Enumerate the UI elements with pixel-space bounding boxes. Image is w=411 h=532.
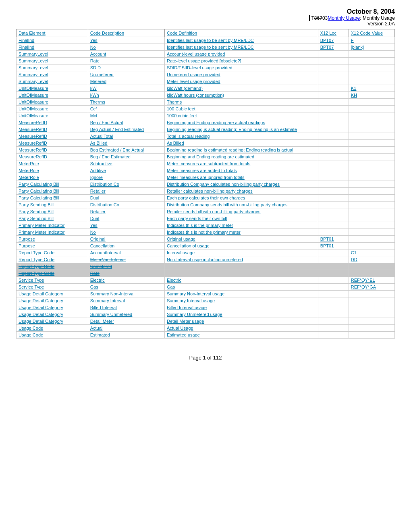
cell-code-description[interactable]: Distribution Co: [88, 181, 164, 188]
cell-data-element[interactable]: FinalInd: [17, 37, 88, 44]
cell-code-definition[interactable]: Each party calculates their own charges: [164, 195, 318, 202]
cell-code-description[interactable]: Summary Unmetered: [88, 311, 164, 318]
col-header-code-definition-link[interactable]: Code Definition: [167, 31, 197, 35]
cell-code-definition[interactable]: Gas: [164, 284, 318, 291]
cell-code-description[interactable]: Mcf: [88, 112, 164, 119]
cell-code-description[interactable]: Retailer: [88, 188, 164, 195]
code-definition-link[interactable]: Rate-level usage provided [obsolete?]: [167, 58, 241, 63]
cell-code-description[interactable]: Rate: [88, 58, 164, 64]
code-description-link[interactable]: AccountInterval: [90, 250, 121, 255]
cell-data-element[interactable]: Usage Code: [17, 325, 88, 332]
cell-data-element[interactable]: Primary Meter Indicator: [17, 222, 88, 229]
cell-data-element[interactable]: Purpose: [17, 236, 88, 243]
cell-code-description[interactable]: Rate: [88, 270, 164, 277]
data-element-link[interactable]: MeasureRefID: [19, 127, 47, 132]
cell-code-description[interactable]: SDID: [88, 64, 164, 71]
cell-code-description[interactable]: Actual: [88, 325, 164, 332]
col-header-code-description-link[interactable]: Code Description: [90, 31, 124, 35]
cell-code-description[interactable]: kW: [88, 85, 164, 92]
data-element-link[interactable]: SummaryLevel: [19, 52, 48, 56]
cell-data-element[interactable]: Report Type Code: [17, 256, 88, 263]
cell-code-definition[interactable]: Summary Unmetered usage: [164, 311, 318, 318]
cell-code-definition[interactable]: [164, 263, 318, 270]
cell-code-description[interactable]: Ccf: [88, 106, 164, 112]
data-element-link[interactable]: Primary Meter Indicator: [19, 223, 64, 228]
cell-code-definition[interactable]: Retailer sends bill with non-billing par…: [164, 208, 318, 215]
cell-code-definition[interactable]: Beginning reading is actual reading; End…: [164, 126, 318, 133]
code-description-link[interactable]: MeterNon-Interval: [90, 257, 126, 262]
x12-loc-link[interactable]: BPT07: [320, 45, 334, 50]
code-description-link[interactable]: Metered: [90, 79, 106, 84]
code-definition-link[interactable]: Meter measures are subtracted from total…: [167, 161, 250, 166]
x12-loc-link[interactable]: BPT01: [320, 243, 334, 248]
data-element-link[interactable]: MeasureRefID: [19, 134, 47, 139]
cell-data-element[interactable]: MeasureRefID: [17, 126, 88, 133]
cell-code-definition[interactable]: Cancellation of usage: [164, 243, 318, 249]
cell-code-description[interactable]: Beg Actual / End Estimated: [88, 126, 164, 133]
data-element-link[interactable]: Party Calculating Bill: [19, 189, 59, 193]
cell-code-description[interactable]: Summary Interval: [88, 297, 164, 304]
data-element-link[interactable]: Purpose: [19, 243, 35, 248]
cell-code-description[interactable]: Beg Estimated / End Actual: [88, 147, 164, 154]
data-element-link[interactable]: UnitOfMeasure: [19, 93, 48, 98]
cell-data-element[interactable]: MeasureRefID: [17, 147, 88, 154]
data-element-link[interactable]: SummaryLevel: [19, 72, 48, 77]
data-element-link[interactable]: MeterRole: [19, 168, 39, 173]
cell-code-definition[interactable]: Unmetered usage provided: [164, 71, 318, 78]
cell-code-description[interactable]: Un-metered: [88, 71, 164, 78]
cell-data-element[interactable]: Usage Detail Category: [17, 291, 88, 297]
cell-data-element[interactable]: Party Calculating Bill: [17, 181, 88, 188]
data-element-link[interactable]: SummaryLevel: [19, 65, 48, 70]
cell-code-definition[interactable]: Account-level usage provided: [164, 51, 318, 58]
cell-code-description[interactable]: Actual Total: [88, 133, 164, 140]
cell-data-element[interactable]: Purpose: [17, 243, 88, 249]
code-definition-link[interactable]: Summary Unmetered usage: [167, 312, 222, 317]
cell-code-description[interactable]: Account: [88, 51, 164, 58]
data-element-link[interactable]: MeterRole: [19, 161, 39, 166]
code-description-link[interactable]: Retailer: [90, 189, 106, 193]
cell-code-definition[interactable]: Identifies last usage to be sent by MRE/…: [164, 37, 318, 44]
data-element-link[interactable]: Service Type: [19, 278, 44, 283]
code-description-link[interactable]: Summary Interval: [90, 298, 125, 303]
code-definition-link[interactable]: Original usage: [167, 237, 195, 241]
cell-code-description[interactable]: Distribution Co: [88, 202, 164, 208]
x12-code-value-link[interactable]: F: [351, 38, 354, 43]
cell-data-element[interactable]: UnitOfMeasure: [17, 106, 88, 112]
data-element-link[interactable]: MeasureRefID: [19, 154, 47, 159]
cell-code-description[interactable]: Yes: [88, 37, 164, 44]
cell-code-definition[interactable]: Meter measures are added to totals: [164, 167, 318, 174]
cell-code-definition[interactable]: kiloWatt hours (consumption): [164, 92, 318, 99]
cell-code-description[interactable]: Subtractive: [88, 160, 164, 167]
x12-loc-link[interactable]: BPT01: [320, 237, 334, 241]
code-description-link[interactable]: Yes: [90, 38, 98, 43]
cell-data-element[interactable]: Service Type: [17, 277, 88, 284]
code-definition-link[interactable]: Distribution Company calculates non-bill…: [167, 182, 280, 187]
code-definition-link[interactable]: Summary Non-Interval usage: [167, 291, 224, 296]
code-definition-link[interactable]: SDID/ESIID-level usage provided: [167, 65, 232, 70]
x12-code-value-link[interactable]: KH: [351, 93, 357, 98]
code-description-link[interactable]: Original: [90, 237, 106, 241]
x12-loc-link[interactable]: BPT07: [320, 38, 334, 43]
cell-code-definition[interactable]: Meter-level usage provided: [164, 78, 318, 85]
x12-code-value-link[interactable]: DD: [351, 257, 357, 262]
code-description-link[interactable]: Actual Total: [90, 134, 113, 139]
cell-data-element[interactable]: SummaryLevel: [17, 71, 88, 78]
cell-code-definition[interactable]: 100 Cubic feet: [164, 106, 318, 112]
cell-code-description[interactable]: As Billed: [88, 140, 164, 147]
cell-code-definition[interactable]: 1000 cubic feet: [164, 112, 318, 119]
code-definition-link[interactable]: Indicates this is not the primary meter: [167, 230, 241, 235]
code-description-link[interactable]: Summary Unmetered: [90, 312, 133, 317]
cell-code-definition[interactable]: Actual Usage: [164, 325, 318, 332]
code-definition-link[interactable]: Retailer calculates non-billing party ch…: [167, 189, 253, 193]
cell-code-description[interactable]: Electric: [88, 277, 164, 284]
code-description-link[interactable]: kWh: [90, 93, 99, 98]
code-description-link[interactable]: Subtractive: [90, 161, 112, 166]
data-element-link[interactable]: SummaryLevel: [19, 58, 48, 63]
cell-data-element[interactable]: UnitOfMeasure: [17, 92, 88, 99]
col-header-x12-loc-link[interactable]: X12 Loc: [320, 31, 336, 35]
code-description-link[interactable]: Mcf: [90, 113, 98, 118]
code-definition-link[interactable]: 1000 cubic feet: [167, 113, 197, 118]
cell-data-element[interactable]: Party Sending Bill: [17, 215, 88, 222]
code-description-link[interactable]: Beg / End Estimated: [90, 154, 131, 159]
cell-code-description[interactable]: Detail Meter: [88, 318, 164, 325]
